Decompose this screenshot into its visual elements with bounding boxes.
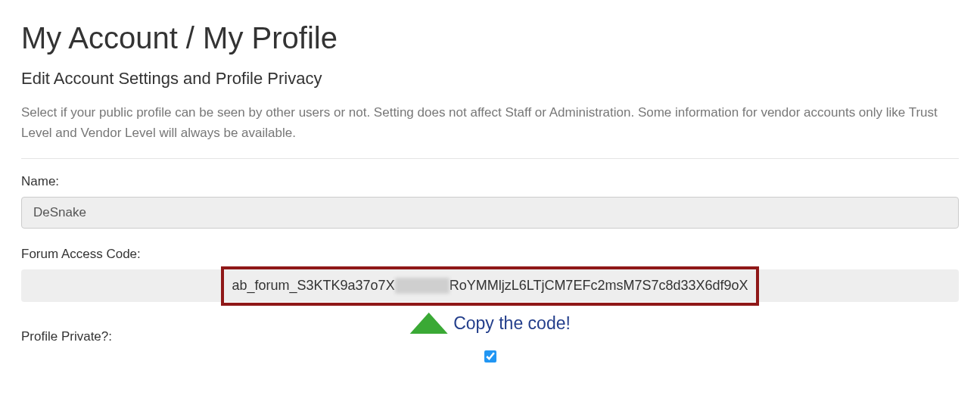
- profile-private-row: Profile Private?: Copy the code!: [21, 313, 959, 361]
- name-input[interactable]: [21, 197, 959, 229]
- forum-code-row: ab_forum_S3KTK9a37o7XXXXXXXRoYMMljzL6LTj…: [21, 269, 959, 302]
- copy-code-callout: Copy the code!: [409, 313, 571, 334]
- triangle-up-icon: [409, 313, 447, 334]
- page-description: Select if your public profile can be see…: [21, 102, 959, 143]
- copy-code-text: Copy the code!: [453, 313, 571, 334]
- forum-code-prefix: ab_forum_S3KTK9a37o7X: [232, 278, 394, 293]
- profile-private-label: Profile Private?:: [21, 329, 112, 344]
- profile-private-checkbox[interactable]: [484, 350, 496, 363]
- forum-code-value[interactable]: ab_forum_S3KTK9a37o7XXXXXXXRoYMMljzL6LTj…: [232, 278, 748, 294]
- forum-code-highlight-box: ab_forum_S3KTK9a37o7XXXXXXXRoYMMljzL6LTj…: [221, 266, 758, 306]
- name-label: Name:: [21, 174, 959, 189]
- profile-settings-container: My Account / My Profile Edit Account Set…: [0, 0, 980, 376]
- name-field-group: Name:: [21, 174, 959, 247]
- page-title: My Account / My Profile: [21, 21, 959, 55]
- page-subtitle: Edit Account Settings and Profile Privac…: [21, 69, 959, 89]
- forum-code-hidden-part: XXXXXX: [395, 278, 450, 294]
- forum-code-label: Forum Access Code:: [21, 247, 959, 262]
- forum-code-field-group: Forum Access Code: ab_forum_S3KTK9a37o7X…: [21, 247, 959, 302]
- profile-private-checkbox-wrap: [484, 350, 496, 366]
- forum-code-suffix: RoYMMljzL6LTjCM7EFc2msM7S7c8d33X6df9oX: [450, 278, 748, 293]
- divider: [21, 158, 959, 159]
